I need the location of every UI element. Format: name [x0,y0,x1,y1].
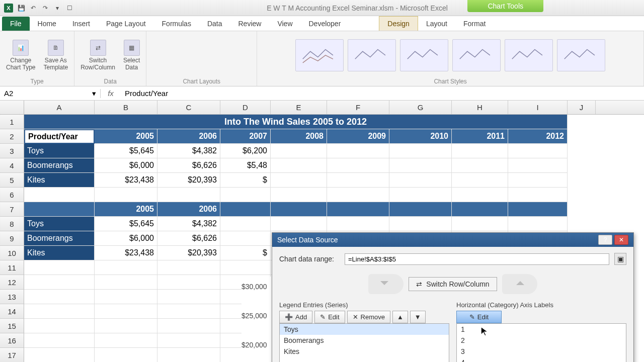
cell[interactable]: $6,626 [157,231,220,246]
cell[interactable]: $6,000 [95,158,157,173]
list-item[interactable]: 1 [457,324,626,335]
remove-series-button[interactable]: ✕Remove [347,311,390,323]
dialog-titlebar[interactable]: Select Data Source ? ✕ [272,233,633,247]
column-header[interactable]: F [327,101,389,114]
tab-format[interactable]: Format [455,17,494,31]
cell[interactable] [452,217,508,231]
cell[interactable]: Boomerangs [24,158,95,173]
row-header[interactable]: 16 [0,333,24,348]
row-header[interactable]: 8 [0,217,24,231]
fx-label[interactable]: fx [101,89,121,98]
cell[interactable] [271,188,327,202]
tab-page-layout[interactable]: Page Layout [98,17,154,31]
cell[interactable] [452,173,508,188]
formula-input[interactable]: Product/Year [121,89,644,98]
cell[interactable]: $5,645 [95,217,157,231]
tab-home[interactable]: Home [30,17,64,31]
edit-series-button[interactable]: ✎Edit [314,311,345,323]
cell[interactable]: $23,438 [95,246,157,260]
cell[interactable] [157,333,220,348]
cell[interactable] [24,202,95,217]
cell[interactable]: 2006 [157,202,220,217]
cell[interactable]: $20,393 [157,173,220,188]
switch-row-column-button[interactable]: ⇄ Switch Row/Column [78,38,117,73]
cell[interactable] [24,290,95,304]
cell[interactable] [24,188,95,202]
list-item[interactable]: 2 [457,335,626,346]
row-header[interactable]: 11 [0,260,24,275]
header-cell[interactable]: 2010 [389,129,452,144]
tab-developer[interactable]: Developer [301,17,349,31]
cell[interactable] [271,202,327,217]
cell[interactable] [95,333,157,348]
row-header[interactable]: 5 [0,173,24,188]
add-series-button[interactable]: ➕Add [279,311,312,323]
cell[interactable] [220,188,271,202]
column-header[interactable]: D [220,101,271,114]
cell[interactable] [220,217,271,231]
cell[interactable]: $5,48 [220,158,271,173]
cell[interactable] [157,348,220,362]
list-item[interactable]: Toys [280,324,449,335]
chart-style-thumb[interactable] [557,39,605,71]
tab-file[interactable]: File [2,17,30,31]
cell[interactable] [220,260,271,275]
cell[interactable] [508,202,568,217]
cell[interactable] [24,319,95,333]
chart-data-range-input[interactable] [345,253,609,265]
column-header[interactable]: J [568,101,596,114]
cell[interactable] [157,260,220,275]
cell[interactable] [508,144,568,158]
switch-row-column-dialog-button[interactable]: ⇄ Switch Row/Column [409,277,497,291]
save-icon[interactable]: 💾 [16,3,26,13]
cell[interactable]: $5,645 [95,144,157,158]
cell[interactable] [95,348,157,362]
cell[interactable]: 2005 [95,202,157,217]
list-item[interactable]: 4 [457,357,626,362]
chart-style-thumb[interactable] [505,39,553,71]
cell[interactable] [24,260,95,275]
cell[interactable] [327,217,389,231]
list-item[interactable]: 3 [457,346,626,357]
collapse-dialog-icon[interactable]: ▣ [614,253,626,265]
cell[interactable] [327,158,389,173]
move-down-button[interactable]: ▼ [410,311,426,323]
cell[interactable] [157,275,220,290]
cell[interactable]: $6,000 [95,231,157,246]
row-header[interactable]: 12 [0,275,24,290]
cell[interactable] [220,202,271,217]
column-header[interactable]: H [452,101,508,114]
cell[interactable] [389,158,452,173]
help-button[interactable]: ? [598,235,612,245]
cell[interactable] [389,202,452,217]
tab-layout[interactable]: Layout [418,17,455,31]
row-header[interactable]: 14 [0,304,24,319]
tab-insert[interactable]: Insert [64,17,98,31]
tab-view[interactable]: View [269,17,300,31]
cell[interactable] [157,188,220,202]
row-header[interactable]: 1 [0,115,24,129]
header-cell[interactable]: 2011 [452,129,508,144]
name-box[interactable]: A2 ▾ [0,89,101,98]
cell[interactable] [95,260,157,275]
cell[interactable] [271,173,327,188]
edit-axis-labels-button[interactable]: ✎Edit [456,311,502,323]
list-item[interactable]: Kites [280,346,449,357]
cell[interactable] [389,217,452,231]
header-cell[interactable]: 2005 [95,129,157,144]
tab-design[interactable]: Design [379,16,418,31]
header-cell[interactable]: 2008 [271,129,327,144]
column-header[interactable]: G [389,101,452,114]
cell[interactable] [157,290,220,304]
cell[interactable] [508,188,568,202]
undo-icon[interactable]: ↶ [28,3,38,13]
list-item[interactable]: Boomerangs [280,335,449,346]
tab-data[interactable]: Data [199,17,230,31]
cell[interactable]: Toys [24,217,95,231]
cell[interactable]: $6,200 [220,144,271,158]
cell[interactable] [271,158,327,173]
row-header[interactable]: 15 [0,319,24,333]
cell[interactable]: Kites [24,246,95,260]
column-header[interactable]: B [95,101,157,114]
column-header[interactable]: I [508,101,568,114]
